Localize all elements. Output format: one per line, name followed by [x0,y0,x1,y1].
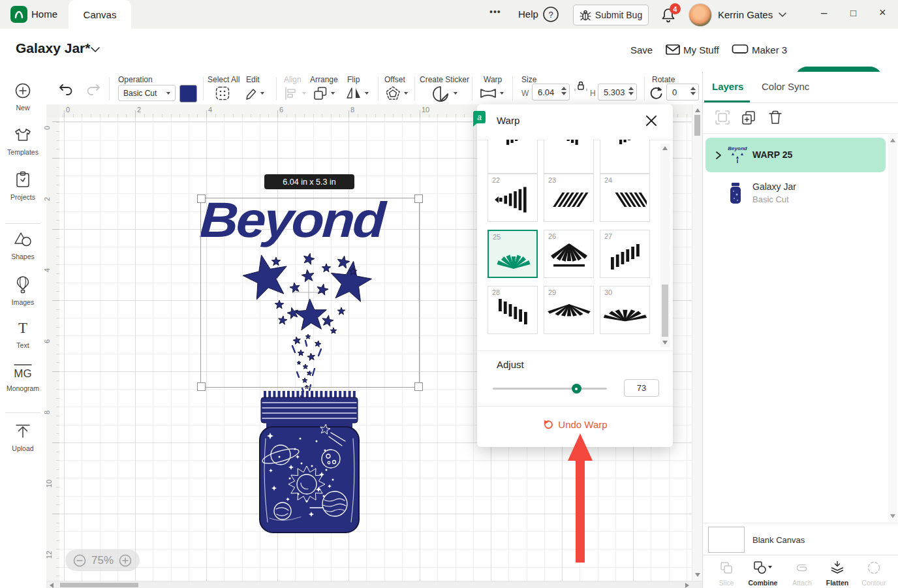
canvas-horizontal-scrollbar[interactable] [46,581,702,588]
sidebar-item-upload[interactable]: Upload [0,423,46,452]
maximize-button[interactable]: □ [850,7,856,18]
scroll-down-icon[interactable] [662,341,668,345]
selection-handle-tl[interactable] [197,194,206,203]
warp-style-partial[interactable] [544,140,594,174]
scroll-up-icon[interactable] [695,108,700,112]
tab-canvas[interactable]: Canvas [69,0,131,29]
flatten-button[interactable]: Flatten [819,561,856,587]
combine-button[interactable]: Combine [745,561,781,587]
flip-caret-icon[interactable] [365,92,369,95]
arrange-caret-icon[interactable] [331,92,335,95]
selection-handle-br[interactable] [414,382,423,391]
width-input[interactable]: 6.04 [532,84,570,101]
vscroll-thumb[interactable] [694,115,700,136]
redo-icon[interactable] [84,80,101,96]
zoom-in-icon[interactable] [119,554,132,567]
machine-icon[interactable] [732,44,749,55]
save-button[interactable]: Save [630,44,653,55]
sidebar-item-projects[interactable]: Projects [0,171,46,201]
layer-row-warp25[interactable]: Beyond WARP 25 [705,138,886,172]
create-sticker-caret-icon[interactable] [454,92,457,95]
rotate-input[interactable]: 0 [666,84,699,101]
overflow-menu-button[interactable]: ••• [489,7,501,17]
sidebar-item-monogram[interactable]: MG Monogram [0,363,46,392]
warp-caret-icon[interactable] [500,92,504,95]
warp-style-23[interactable]: 23 [544,174,594,222]
offset-icon[interactable] [384,85,401,102]
machine-button[interactable]: Maker 3 [752,44,787,55]
my-stuff-icon[interactable] [665,43,681,56]
rotate-icon[interactable] [648,85,664,101]
scroll-up-icon[interactable] [662,146,668,150]
sidebar-item-images[interactable]: Images [0,275,46,306]
layer-row-galaxy-jar[interactable]: Galaxy Jar Basic Cut [705,176,886,210]
warp-close-icon[interactable] [645,115,657,127]
scroll-down-icon[interactable] [890,514,895,518]
canvas-vertical-scrollbar[interactable] [692,104,703,581]
arrange-icon[interactable] [313,85,328,101]
undo-warp-button[interactable]: Undo Warp [542,419,607,430]
zoom-out-icon[interactable] [73,554,86,567]
selection-handle-tr[interactable] [414,194,423,203]
user-avatar[interactable] [689,3,712,27]
warp-style-25-selected[interactable]: 25 [488,230,538,278]
duplicate-icon[interactable] [741,110,756,125]
rotate-stepper[interactable] [690,87,696,95]
help-button[interactable]: Help [518,8,538,20]
warp-style-24[interactable]: 24 [600,174,650,222]
scroll-up-icon[interactable] [890,138,895,142]
warp-style-29[interactable]: 29 [544,286,594,334]
slider-track[interactable] [493,388,607,390]
warp-style-partial[interactable] [488,140,538,174]
delete-trash-icon[interactable] [768,110,782,125]
sidebar-item-templates[interactable]: Templates [0,127,46,156]
selection-handle-bl[interactable] [197,382,206,391]
tab-home[interactable]: Home [31,8,57,20]
edit-caret-icon[interactable] [260,92,264,95]
hscroll-thumb[interactable] [60,583,138,587]
offset-caret-icon[interactable] [404,92,408,95]
height-input[interactable]: 5.303 [598,84,637,101]
minimize-button[interactable]: – [821,7,827,20]
tab-layers[interactable]: Layers [712,81,743,92]
layer-expand-chevron-icon[interactable] [715,151,722,160]
help-icon[interactable]: ? [542,6,559,23]
project-title[interactable]: Galaxy Jar* [16,40,90,56]
warp-style-22[interactable]: 22 [488,174,538,222]
close-button[interactable]: × [879,6,886,20]
cricut-logo-icon[interactable] [10,6,27,23]
layers-scrollbar[interactable] [888,134,897,522]
scroll-down-icon[interactable] [695,573,700,577]
blank-canvas-swatch[interactable] [708,527,745,553]
select-all-icon[interactable] [215,85,230,101]
warp-scroll-thumb[interactable] [662,285,668,337]
slider-thumb[interactable] [572,384,581,394]
operation-color-swatch[interactable] [179,85,197,102]
height-stepper[interactable] [628,87,634,95]
scroll-right-icon[interactable] [685,583,689,588]
edit-pencil-icon[interactable] [244,85,258,101]
scroll-left-icon[interactable] [50,583,54,588]
sidebar-item-shapes[interactable]: Shapes [0,231,46,260]
sidebar-item-new[interactable]: New [0,82,46,112]
warp-icon[interactable] [479,86,497,101]
operation-select[interactable]: Basic Cut [118,85,176,101]
user-chevron-down-icon[interactable] [778,12,787,18]
tab-color-sync[interactable]: Color Sync [762,81,809,92]
undo-icon[interactable] [58,80,75,96]
selection-box[interactable] [200,198,420,388]
user-name[interactable]: Kerrin Gates [718,9,773,20]
warp-style-26[interactable]: 26 [544,230,594,278]
width-stepper[interactable] [561,87,566,95]
adjust-value-input[interactable]: 73 [624,379,659,397]
my-stuff-button[interactable]: My Stuff [683,44,719,55]
warp-style-30[interactable]: 30 [600,286,650,334]
lock-icon[interactable] [574,80,588,93]
title-chevron-down-icon[interactable] [90,46,101,54]
warp-style-partial[interactable] [600,140,650,174]
adjust-slider[interactable] [493,384,607,394]
warp-style-27[interactable]: 27 [600,230,650,278]
warp-list-scrollbar[interactable] [660,144,670,347]
warp-style-28[interactable]: 28 [488,286,538,334]
submit-bug-button[interactable]: Submit Bug [573,5,649,25]
